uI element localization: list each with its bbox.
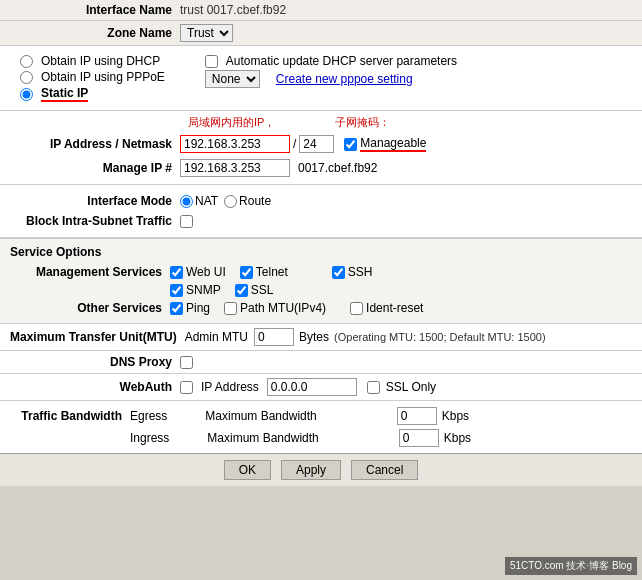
- interface-name-value: trust 0017.cbef.fb92: [180, 3, 286, 17]
- ip-netmask-label: IP Address / Netmask: [10, 137, 180, 151]
- ssl-label: SSL: [251, 283, 274, 297]
- auto-dhcp-label: Automatic update DHCP server parameters: [226, 54, 457, 68]
- management-check-group: Web UI Telnet SSH: [170, 265, 373, 279]
- egress-kbps-label: Kbps: [442, 409, 469, 423]
- service-options-title: Service Options: [10, 245, 632, 259]
- ssl-only-item: SSL Only: [367, 380, 436, 394]
- ping-label: Ping: [186, 301, 210, 315]
- mtu-input[interactable]: [254, 328, 294, 346]
- admin-mtu-label: Admin MTU: [185, 330, 248, 344]
- telnet-checkbox[interactable]: [240, 266, 253, 279]
- webauth-label: WebAuth: [10, 380, 180, 394]
- manage-ip-input[interactable]: [180, 159, 290, 177]
- telnet-label: Telnet: [256, 265, 288, 279]
- other-services-row: Other Services Ping Path MTU(IPv4) Ident…: [10, 299, 632, 317]
- ip-column-headers: 局域网内用的IP， 子网掩码：: [188, 115, 632, 130]
- apply-button[interactable]: Apply: [281, 460, 341, 480]
- ip-mode-right: Automatic update DHCP server parameters …: [205, 52, 622, 90]
- interface-name-label: Interface Name: [10, 3, 180, 17]
- block-traffic-label: Block Intra-Subnet Traffic: [10, 214, 180, 228]
- manage-ip-suffix: 0017.cbef.fb92: [298, 161, 377, 175]
- ssl-item: SSL: [235, 283, 274, 297]
- pppoe-radio[interactable]: [20, 71, 33, 84]
- ssh-label: SSH: [348, 265, 373, 279]
- mtu-section: Maximum Transfer Unit(MTU) Admin MTU Byt…: [0, 323, 642, 350]
- path-mtu-checkbox[interactable]: [224, 302, 237, 315]
- dns-proxy-checkbox[interactable]: [180, 356, 193, 369]
- dhcp-radio[interactable]: [20, 55, 33, 68]
- manageable-checkbox[interactable]: [344, 138, 357, 151]
- zone-name-select[interactable]: Trust: [180, 24, 233, 42]
- ssh-checkbox[interactable]: [332, 266, 345, 279]
- ingress-bw-input[interactable]: [399, 429, 439, 447]
- management-services-row2: SNMP SSL: [10, 281, 632, 299]
- slash-separator: /: [293, 137, 296, 151]
- egress-label: Egress: [130, 409, 167, 423]
- static-ip-label: Static IP: [41, 86, 88, 102]
- nat-radio[interactable]: [180, 195, 193, 208]
- route-label: Route: [239, 194, 271, 208]
- block-traffic-checkbox[interactable]: [180, 215, 193, 228]
- ip-netmask-row: IP Address / Netmask / Manageable: [10, 132, 632, 156]
- management-services-label: Management Services: [10, 265, 170, 279]
- route-radio[interactable]: [224, 195, 237, 208]
- ident-reset-item: Ident-reset: [350, 301, 423, 315]
- ingress-kbps-label: Kbps: [444, 431, 471, 445]
- ssl-only-checkbox[interactable]: [367, 381, 380, 394]
- webauth-section: WebAuth IP Address SSL Only: [0, 373, 642, 400]
- ping-item: Ping: [170, 301, 210, 315]
- netmask-input[interactable]: [299, 135, 334, 153]
- webauth-ip-input[interactable]: [267, 378, 357, 396]
- ident-reset-checkbox[interactable]: [350, 302, 363, 315]
- webauth-checkbox[interactable]: [180, 381, 193, 394]
- mtu-note: (Operating MTU: 1500; Default MTU: 1500): [334, 331, 546, 343]
- ip-address-input[interactable]: [180, 135, 290, 153]
- webui-checkbox[interactable]: [170, 266, 183, 279]
- interface-mode-row: Interface Mode NAT Route: [10, 191, 632, 211]
- egress-row: Traffic Bandwidth Egress Maximum Bandwid…: [10, 405, 632, 427]
- ssl-only-label: SSL Only: [386, 380, 436, 394]
- snmp-label: SNMP: [186, 283, 221, 297]
- dhcp-label: Obtain IP using DHCP: [41, 54, 160, 68]
- block-traffic-row: Block Intra-Subnet Traffic: [10, 211, 632, 231]
- webui-item: Web UI: [170, 265, 226, 279]
- snmp-checkbox[interactable]: [170, 284, 183, 297]
- ident-reset-label: Ident-reset: [366, 301, 423, 315]
- subnet-header: 子网掩码：: [335, 115, 390, 130]
- interface-mode-section: Interface Mode NAT Route Block Intra-Sub…: [0, 185, 642, 238]
- traffic-bandwidth-section: Traffic Bandwidth Egress Maximum Bandwid…: [0, 400, 642, 453]
- ssh-item: SSH: [332, 265, 373, 279]
- cancel-button[interactable]: Cancel: [351, 460, 418, 480]
- other-check-group: Ping Path MTU(IPv4) Ident-reset: [170, 301, 423, 315]
- egress-bw-input[interactable]: [397, 407, 437, 425]
- auto-dhcp-checkbox[interactable]: [205, 55, 218, 68]
- local-ip-header: 局域网内用的IP，: [188, 115, 275, 130]
- pppoe-none-select[interactable]: None: [205, 70, 260, 88]
- other-services-label: Other Services: [10, 301, 170, 315]
- webauth-ip-label: IP Address: [201, 380, 259, 394]
- zone-name-row: Zone Name Trust: [0, 21, 642, 46]
- pppoe-none-row: None Create new pppoe setting: [205, 70, 622, 88]
- ingress-max-bw-label: Maximum Bandwidth: [207, 431, 318, 445]
- ingress-row: Ingress Maximum Bandwidth Kbps: [10, 427, 632, 449]
- bottom-bar: OK Apply Cancel: [0, 453, 642, 486]
- egress-max-bw-label: Maximum Bandwidth: [205, 409, 316, 423]
- auto-dhcp-row: Automatic update DHCP server parameters: [205, 54, 622, 68]
- management-check-group2: SNMP SSL: [170, 283, 273, 297]
- static-ip-radio[interactable]: [20, 88, 33, 101]
- nat-label: NAT: [195, 194, 218, 208]
- interface-mode-label: Interface Mode: [10, 194, 180, 208]
- page-wrapper: Interface Name trust 0017.cbef.fb92 Zone…: [0, 0, 642, 486]
- manage-ip-row: Manage IP # 0017.cbef.fb92: [10, 156, 632, 180]
- create-pppoe-link[interactable]: Create new pppoe setting: [276, 72, 413, 86]
- dhcp-row: Obtain IP using DHCP: [20, 54, 165, 68]
- ping-checkbox[interactable]: [170, 302, 183, 315]
- ip-mode-left: Obtain IP using DHCP Obtain IP using PPP…: [20, 52, 165, 104]
- ssl-checkbox[interactable]: [235, 284, 248, 297]
- pppoe-label: Obtain IP using PPPoE: [41, 70, 165, 84]
- manageable-container: Manageable: [344, 136, 426, 152]
- ok-button[interactable]: OK: [224, 460, 271, 480]
- path-mtu-item: Path MTU(IPv4): [224, 301, 326, 315]
- mtu-label: Maximum Transfer Unit(MTU): [10, 330, 185, 344]
- zone-name-label: Zone Name: [10, 26, 180, 40]
